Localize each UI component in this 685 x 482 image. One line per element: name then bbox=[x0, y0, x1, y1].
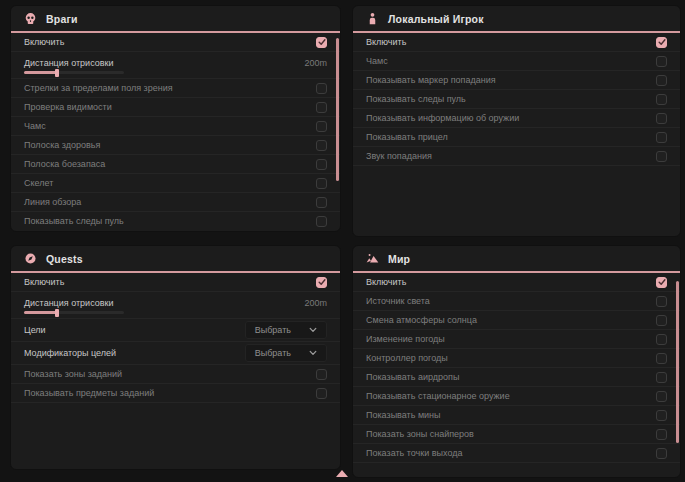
slider-fill bbox=[24, 311, 57, 314]
option-row[interactable]: Показывать информацию об оружии bbox=[353, 109, 680, 128]
panel-title: Quests bbox=[46, 253, 83, 265]
select-row: Модификаторы целей Выбрать bbox=[11, 342, 340, 365]
option-label: Показать зоны снайперов bbox=[366, 429, 474, 439]
checkbox[interactable] bbox=[656, 448, 667, 459]
option-row[interactable]: Проверка видимости bbox=[11, 98, 340, 117]
option-row[interactable]: Стрелки за пределами поля зрения bbox=[11, 79, 340, 98]
scrollbar-thumb[interactable] bbox=[336, 38, 339, 181]
checkbox[interactable] bbox=[656, 37, 667, 48]
option-row[interactable]: Скелет bbox=[11, 174, 340, 193]
panel-title: Мир bbox=[388, 253, 410, 265]
option-label: Показывать предметы заданий bbox=[24, 388, 154, 398]
checkbox[interactable] bbox=[656, 391, 667, 402]
select-row: Цели Выбрать bbox=[11, 319, 340, 342]
option-row[interactable]: Показать точки выхода bbox=[353, 444, 680, 463]
slider[interactable] bbox=[24, 71, 124, 74]
checkbox[interactable] bbox=[316, 102, 327, 113]
select-label: Цели bbox=[24, 325, 46, 335]
checkbox[interactable] bbox=[316, 37, 327, 48]
checkbox[interactable] bbox=[316, 178, 327, 189]
checkbox[interactable] bbox=[656, 296, 667, 307]
panel-world: Мир Включить Источник света Смена атмосф… bbox=[352, 245, 681, 478]
checkbox[interactable] bbox=[656, 410, 667, 421]
checkbox[interactable] bbox=[656, 151, 667, 162]
checkbox[interactable] bbox=[316, 388, 327, 399]
option-label: Звук попадания bbox=[366, 151, 432, 161]
slider-thumb[interactable] bbox=[55, 309, 59, 317]
option-label: Включить bbox=[24, 37, 64, 47]
option-label: Показывать маркер попадания bbox=[366, 75, 496, 85]
slider[interactable] bbox=[24, 311, 124, 314]
option-row[interactable]: Контроллер погоды bbox=[353, 349, 680, 368]
checkbox[interactable] bbox=[656, 94, 667, 105]
cursor-triangle bbox=[336, 470, 348, 477]
checkbox[interactable] bbox=[656, 277, 667, 288]
panel-header: Мир bbox=[353, 246, 680, 273]
option-label: Показать зоны заданий bbox=[24, 369, 122, 379]
option-row[interactable]: Смена атмосферы солнца bbox=[353, 311, 680, 330]
option-row[interactable]: Линия обзора bbox=[11, 193, 340, 212]
option-row[interactable]: Источник света bbox=[353, 292, 680, 311]
slider-thumb[interactable] bbox=[55, 69, 59, 77]
option-row[interactable]: Чамс bbox=[353, 52, 680, 71]
checkbox[interactable] bbox=[656, 372, 667, 383]
checkbox[interactable] bbox=[316, 121, 327, 132]
option-row[interactable]: Показывать следы пуль bbox=[11, 212, 340, 229]
checkbox[interactable] bbox=[316, 83, 327, 94]
option-row[interactable]: Показывать прицел bbox=[353, 128, 680, 147]
option-row[interactable]: Включить bbox=[11, 33, 340, 52]
dropdown[interactable]: Выбрать bbox=[245, 321, 327, 339]
checkbox[interactable] bbox=[656, 75, 667, 86]
checkbox[interactable] bbox=[656, 353, 667, 364]
quest-icon bbox=[24, 252, 37, 265]
check-icon bbox=[658, 278, 666, 286]
dropdown[interactable]: Выбрать bbox=[245, 344, 327, 362]
dropdown-value: Выбрать bbox=[255, 348, 291, 358]
scrollbar-thumb[interactable] bbox=[676, 281, 679, 443]
slider-row: Дистанция отрисовки 200m bbox=[11, 52, 340, 79]
scrollbar[interactable] bbox=[675, 275, 679, 475]
option-row[interactable]: Изменение погоды bbox=[353, 330, 680, 349]
option-row[interactable]: Показывать аирдропы bbox=[353, 368, 680, 387]
checkbox[interactable] bbox=[656, 132, 667, 143]
person-icon bbox=[366, 12, 379, 25]
option-label: Показывать аирдропы bbox=[366, 372, 459, 382]
option-row[interactable]: Включить bbox=[353, 33, 680, 52]
checkbox[interactable] bbox=[656, 113, 667, 124]
slider-value: 200m bbox=[304, 298, 327, 308]
option-row[interactable]: Показывать мины bbox=[353, 406, 680, 425]
slider-label: Дистанция отрисовки bbox=[24, 58, 114, 68]
option-label: Показывать следы пуль bbox=[24, 216, 124, 226]
checkbox[interactable] bbox=[656, 429, 667, 440]
checkbox[interactable] bbox=[316, 277, 327, 288]
option-row[interactable]: Полоска боезапаса bbox=[11, 155, 340, 174]
option-row[interactable]: Показать зоны снайперов bbox=[353, 425, 680, 444]
panel-body: Включить Дистанция отрисовки 200m Цели В… bbox=[11, 273, 340, 467]
option-label: Полоска здоровья bbox=[24, 140, 100, 150]
checkbox[interactable] bbox=[656, 334, 667, 345]
option-row[interactable]: Показать зоны заданий bbox=[11, 365, 340, 384]
option-row[interactable]: Включить bbox=[11, 273, 340, 292]
option-row[interactable]: Показывать следы пуль bbox=[353, 90, 680, 109]
checkbox[interactable] bbox=[656, 56, 667, 67]
checkbox[interactable] bbox=[316, 197, 327, 208]
option-row[interactable]: Полоска здоровья bbox=[11, 136, 340, 155]
option-row[interactable]: Показывать предметы заданий bbox=[11, 384, 340, 403]
option-row[interactable]: Показывать стационарное оружие bbox=[353, 387, 680, 406]
option-row[interactable]: Показывать маркер попадания bbox=[353, 71, 680, 90]
option-row[interactable]: Чамс bbox=[11, 117, 340, 136]
checkbox[interactable] bbox=[316, 369, 327, 380]
checkbox[interactable] bbox=[316, 140, 327, 151]
checkbox[interactable] bbox=[316, 159, 327, 170]
panel-title: Враги bbox=[46, 13, 78, 25]
option-row[interactable]: Включить bbox=[353, 273, 680, 292]
panel-header: Враги bbox=[11, 6, 340, 33]
checkbox[interactable] bbox=[316, 216, 327, 227]
check-icon bbox=[318, 38, 326, 46]
option-label: Включить bbox=[366, 37, 406, 47]
option-row[interactable]: Звук попадания bbox=[353, 147, 680, 166]
panel-local-player: Локальный Игрок Включить Чамс Показывать… bbox=[352, 5, 681, 237]
checkbox[interactable] bbox=[656, 315, 667, 326]
scrollbar[interactable] bbox=[335, 35, 339, 229]
option-label: Стрелки за пределами поля зрения bbox=[24, 83, 173, 93]
